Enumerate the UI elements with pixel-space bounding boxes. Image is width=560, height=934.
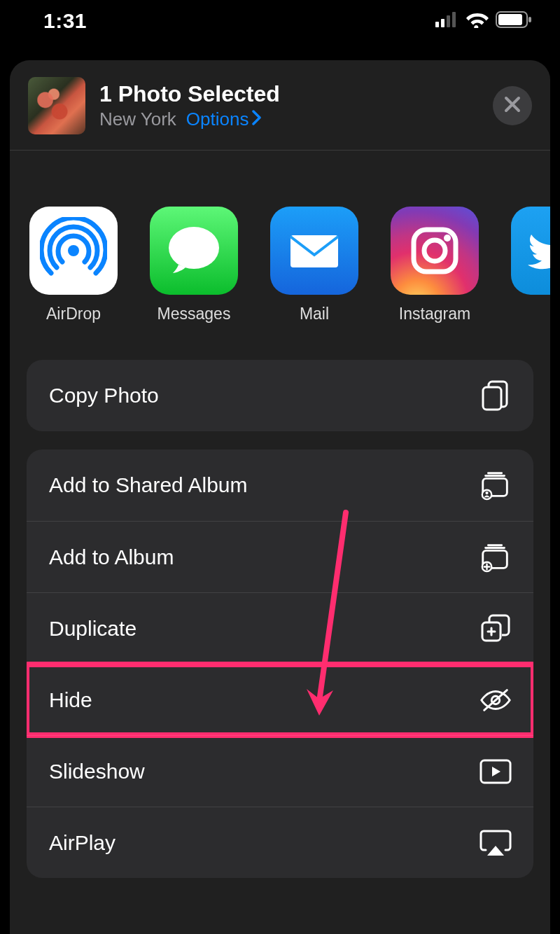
cellular-icon	[435, 12, 459, 30]
svg-rect-5	[441, 19, 444, 27]
share-target-label: Instagram	[399, 305, 470, 323]
photo-thumbnail[interactable]	[28, 77, 85, 134]
svg-rect-3	[452, 12, 456, 27]
share-target-airdrop[interactable]: AirDrop	[29, 207, 118, 323]
wifi-icon	[466, 11, 489, 31]
share-sheet-header: 1 Photo Selected New York Options	[10, 60, 550, 151]
mail-icon	[270, 207, 358, 295]
share-sheet: 1 Photo Selected New York Options	[10, 60, 550, 934]
close-button[interactable]	[493, 86, 532, 125]
action-add-shared-album[interactable]: Add to Shared Album	[27, 449, 533, 521]
svg-point-18	[485, 492, 488, 494]
share-target-label: AirDrop	[46, 305, 101, 323]
svg-point-17	[482, 490, 491, 499]
svg-rect-4	[435, 22, 439, 27]
location-label: New York	[99, 109, 176, 130]
selection-title: 1 Photo Selected	[99, 81, 493, 107]
shared-album-icon	[479, 468, 512, 502]
action-label: Slideshow	[49, 760, 145, 783]
svg-rect-2	[447, 15, 450, 27]
action-copy-photo[interactable]: Copy Photo	[27, 360, 533, 431]
status-time: 1:31	[43, 9, 87, 33]
status-bar: 1:31	[0, 0, 560, 42]
battery-icon	[496, 11, 532, 31]
hide-icon	[479, 683, 512, 717]
airdrop-icon	[29, 207, 118, 295]
action-label: Duplicate	[49, 617, 136, 641]
action-group-copy: Copy Photo	[27, 360, 533, 431]
action-add-album[interactable]: Add to Album	[27, 521, 533, 592]
twitter-icon	[511, 207, 550, 295]
action-label: Copy Photo	[49, 384, 159, 407]
chevron-right-icon	[251, 109, 262, 130]
share-target-messages[interactable]: Messages	[150, 207, 238, 323]
airplay-icon	[479, 826, 512, 860]
svg-rect-15	[483, 387, 501, 410]
share-target-label: Messages	[158, 305, 231, 323]
options-link[interactable]: Options	[186, 109, 263, 130]
instagram-icon	[391, 207, 479, 295]
album-add-icon	[479, 541, 512, 574]
close-icon	[503, 95, 522, 116]
action-airplay[interactable]: AirPlay	[27, 807, 533, 878]
share-target-mail[interactable]: Mail	[270, 207, 358, 323]
action-label: Add to Shared Album	[49, 473, 248, 497]
share-target-label: Mail	[300, 305, 329, 323]
action-hide[interactable]: Hide	[27, 664, 533, 735]
action-group-main: Add to Shared Album Add to Album Duplica…	[27, 449, 533, 878]
duplicate-icon	[479, 612, 512, 646]
share-target-instagram[interactable]: Instagram	[391, 207, 479, 323]
messages-icon	[150, 207, 238, 295]
svg-point-14	[444, 235, 451, 242]
share-target-twitter[interactable]: T	[511, 207, 550, 323]
action-duplicate[interactable]: Duplicate	[27, 592, 533, 664]
svg-rect-11	[290, 235, 338, 267]
svg-rect-7	[498, 14, 522, 25]
svg-rect-8	[528, 17, 531, 22]
copy-icon	[479, 379, 512, 412]
slideshow-icon	[479, 755, 512, 788]
svg-point-10	[169, 227, 219, 269]
status-indicators	[435, 11, 532, 31]
svg-point-13	[424, 240, 445, 261]
action-label: Add to Album	[49, 545, 174, 569]
svg-point-9	[68, 245, 79, 256]
action-label: AirPlay	[49, 831, 115, 855]
action-slideshow[interactable]: Slideshow	[27, 735, 533, 807]
share-targets-row[interactable]: AirDrop Messages Mail Instagram T	[10, 151, 550, 336]
action-label: Hide	[49, 688, 92, 712]
